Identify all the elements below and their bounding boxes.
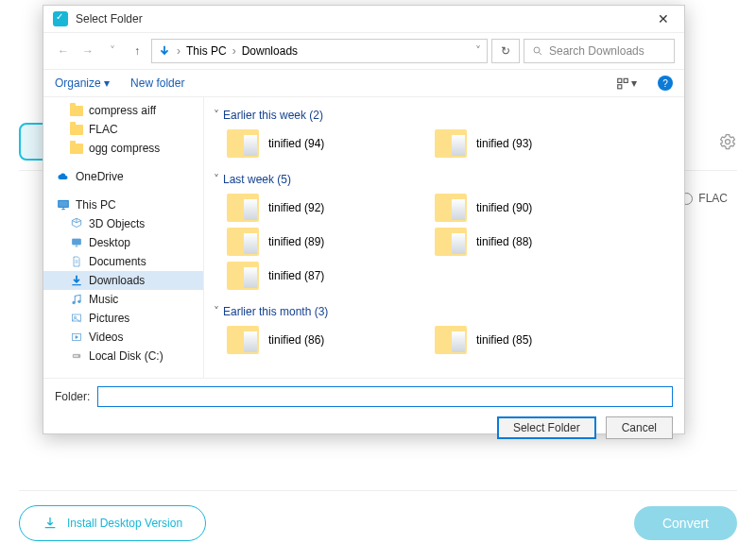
search-input[interactable]: Search Downloads bbox=[524, 39, 675, 63]
tree-pc-item[interactable]: Local Disk (C:) bbox=[43, 347, 203, 365]
svg-rect-9 bbox=[73, 239, 81, 245]
dialog-footer: Folder: Select Folder Cancel bbox=[43, 378, 684, 447]
svg-point-10 bbox=[73, 301, 75, 303]
search-placeholder: Search Downloads bbox=[549, 44, 644, 58]
tree-pc-item[interactable]: Pictures bbox=[43, 309, 203, 328]
nav-recent-icon[interactable]: ˅ bbox=[102, 41, 123, 61]
nav-forward-icon: → bbox=[77, 41, 98, 61]
folder-grid: tinified (92)tinified (90)tinified (89)t… bbox=[214, 192, 675, 299]
folder-item[interactable]: tinified (87) bbox=[227, 262, 397, 290]
folder-grid: tinified (94)tinified (93) bbox=[214, 127, 675, 167]
svg-point-0 bbox=[726, 140, 730, 144]
tree-pc-item[interactable]: Videos bbox=[43, 328, 203, 347]
tree-pc-item[interactable]: Music bbox=[43, 290, 203, 309]
folder-name: tinified (89) bbox=[268, 235, 324, 248]
folder-item[interactable]: tinified (86) bbox=[227, 326, 397, 354]
download-icon bbox=[43, 516, 58, 531]
new-folder-button[interactable]: New folder bbox=[130, 76, 184, 90]
group-header[interactable]: ˅Earlier this week (2) bbox=[214, 103, 675, 127]
tree-network[interactable]: Network bbox=[43, 375, 203, 378]
folder-icon bbox=[227, 194, 259, 222]
folder-item[interactable]: tinified (90) bbox=[435, 194, 605, 222]
group-header[interactable]: ˅Last week (5) bbox=[214, 167, 675, 192]
path-root[interactable]: This PC bbox=[186, 44, 227, 58]
folder-name-input[interactable] bbox=[97, 386, 673, 407]
tree-pc-item[interactable]: Documents bbox=[43, 252, 203, 271]
chevron-down-icon: ▾ bbox=[104, 76, 110, 90]
folder-name: tinified (94) bbox=[268, 137, 324, 150]
tree-pc-item[interactable]: 3D Objects bbox=[43, 214, 203, 233]
search-icon bbox=[532, 45, 543, 57]
folder-item[interactable]: tinified (88) bbox=[435, 228, 605, 256]
folder-icon bbox=[435, 228, 467, 256]
titlebar: Select Folder ✕ bbox=[43, 6, 684, 33]
tree-pc-item[interactable]: Downloads bbox=[43, 271, 203, 290]
organize-menu[interactable]: Organize ▾ bbox=[55, 76, 110, 90]
folder-icon bbox=[227, 326, 259, 354]
cloud-icon bbox=[57, 171, 70, 182]
dialog-title: Select Folder bbox=[76, 12, 652, 25]
close-icon[interactable]: ✕ bbox=[652, 11, 675, 26]
tree-quick-item[interactable]: compress aiff bbox=[43, 101, 203, 120]
chevron-right-icon: › bbox=[177, 44, 180, 58]
app-icon bbox=[53, 11, 68, 26]
folder-label: Folder: bbox=[55, 390, 90, 403]
folder-name: tinified (85) bbox=[476, 333, 532, 347]
svg-rect-6 bbox=[624, 78, 627, 82]
item-icon bbox=[70, 255, 83, 268]
tree-pc-item[interactable]: Desktop bbox=[43, 233, 203, 252]
nav-up-icon[interactable]: ↑ bbox=[127, 41, 147, 61]
folder-name: tinified (90) bbox=[476, 201, 532, 214]
svg-point-16 bbox=[78, 356, 79, 357]
folder-icon bbox=[435, 194, 467, 222]
chevron-down-icon[interactable]: ˅ bbox=[475, 44, 481, 58]
svg-point-4 bbox=[534, 47, 540, 53]
tree-thispc[interactable]: This PC bbox=[43, 195, 203, 214]
folder-grid: tinified (86)tinified (85) bbox=[214, 324, 675, 364]
folder-icon bbox=[227, 129, 259, 158]
item-icon bbox=[70, 217, 83, 230]
location-drive-icon[interactable] bbox=[158, 44, 171, 58]
item-icon bbox=[70, 331, 83, 343]
folder-icon bbox=[435, 326, 467, 354]
folder-icon bbox=[70, 144, 83, 154]
tree-quick-item[interactable]: FLAC bbox=[43, 120, 203, 139]
chevron-down-icon: ˅ bbox=[214, 173, 219, 186]
folder-item[interactable]: tinified (94) bbox=[227, 129, 397, 158]
folder-name: tinified (87) bbox=[268, 269, 324, 282]
folder-item[interactable]: tinified (89) bbox=[227, 228, 397, 256]
item-icon bbox=[70, 313, 83, 324]
chevron-down-icon: ▾ bbox=[631, 76, 637, 90]
svg-rect-7 bbox=[618, 85, 622, 89]
cancel-button[interactable]: Cancel bbox=[606, 416, 673, 439]
folder-item[interactable]: tinified (93) bbox=[435, 129, 605, 158]
item-icon bbox=[70, 293, 83, 306]
select-folder-button[interactable]: Select Folder bbox=[497, 416, 596, 439]
help-icon[interactable]: ? bbox=[658, 76, 673, 91]
folder-name: tinified (86) bbox=[268, 333, 324, 347]
tree-quick-item[interactable]: ogg compress bbox=[43, 139, 203, 158]
folder-content[interactable]: ˅Earlier this week (2)tinified (94)tinif… bbox=[204, 97, 684, 378]
chevron-down-icon: ˅ bbox=[214, 305, 219, 318]
tree-onedrive[interactable]: OneDrive bbox=[43, 167, 203, 186]
chevron-right-icon: › bbox=[232, 44, 236, 58]
gear-icon[interactable] bbox=[718, 132, 737, 151]
svg-rect-5 bbox=[618, 78, 622, 82]
monitor-icon bbox=[57, 198, 70, 212]
svg-rect-8 bbox=[59, 200, 69, 207]
address-bar[interactable]: › This PC › Downloads ˅ bbox=[151, 39, 488, 63]
group-header[interactable]: ˅Earlier this month (3) bbox=[214, 299, 675, 324]
install-desktop-button[interactable]: Install Desktop Version bbox=[19, 505, 206, 541]
radio-flac[interactable]: FLAC bbox=[680, 192, 728, 205]
convert-button[interactable]: Convert bbox=[634, 506, 737, 540]
navbar: ← → ˅ ↑ › This PC › Downloads ˅ ↻ Search… bbox=[43, 33, 684, 70]
folder-item[interactable]: tinified (92) bbox=[227, 194, 397, 222]
refresh-button[interactable]: ↻ bbox=[491, 39, 520, 63]
nav-tree[interactable]: compress aiffFLACogg compressOneDriveThi… bbox=[43, 97, 204, 378]
folder-icon bbox=[227, 262, 259, 290]
folder-icon bbox=[227, 228, 259, 256]
nav-back-icon[interactable]: ← bbox=[53, 41, 74, 61]
path-current[interactable]: Downloads bbox=[242, 44, 298, 58]
view-options-button[interactable]: ▾ bbox=[616, 76, 637, 90]
folder-item[interactable]: tinified (85) bbox=[435, 326, 605, 354]
